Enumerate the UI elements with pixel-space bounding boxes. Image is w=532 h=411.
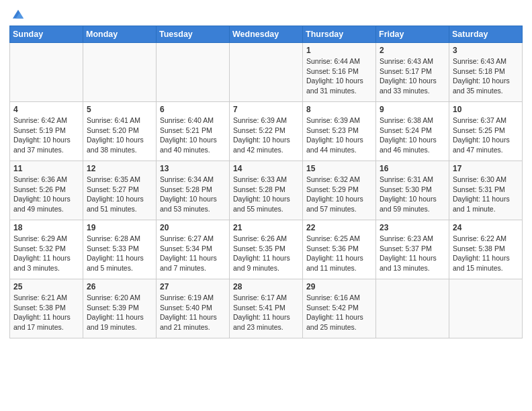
day-cell: 23Sunrise: 6:23 AMSunset: 5:37 PMDayligh… (376, 220, 449, 279)
day-number: 25 (13, 282, 79, 291)
day-number: 2 (380, 46, 445, 55)
day-info: Sunrise: 6:21 AMSunset: 5:38 PMDaylight:… (13, 293, 79, 332)
day-cell (157, 43, 230, 102)
day-info: Sunrise: 6:30 AMSunset: 5:31 PMDaylight:… (453, 175, 519, 214)
day-cell: 25Sunrise: 6:21 AMSunset: 5:38 PMDayligh… (10, 279, 83, 338)
day-info: Sunrise: 6:42 AMSunset: 5:19 PMDaylight:… (13, 116, 79, 155)
day-cell: 13Sunrise: 6:34 AMSunset: 5:28 PMDayligh… (157, 161, 230, 220)
day-number: 22 (306, 223, 372, 232)
day-info: Sunrise: 6:43 AMSunset: 5:17 PMDaylight:… (380, 56, 445, 96)
day-info: Sunrise: 6:39 AMSunset: 5:22 PMDaylight:… (233, 116, 299, 155)
weekday-header-saturday: Saturday (449, 26, 523, 43)
day-info: Sunrise: 6:38 AMSunset: 5:24 PMDaylight:… (380, 116, 445, 155)
week-row-1: 4Sunrise: 6:42 AMSunset: 5:19 PMDaylight… (10, 102, 523, 161)
day-cell: 24Sunrise: 6:22 AMSunset: 5:38 PMDayligh… (449, 220, 523, 279)
day-cell: 17Sunrise: 6:30 AMSunset: 5:31 PMDayligh… (449, 161, 523, 220)
day-number: 6 (160, 105, 226, 114)
day-info: Sunrise: 6:23 AMSunset: 5:37 PMDaylight:… (380, 234, 445, 273)
day-number: 5 (87, 105, 152, 114)
day-info: Sunrise: 6:40 AMSunset: 5:21 PMDaylight:… (160, 116, 226, 155)
day-info: Sunrise: 6:27 AMSunset: 5:34 PMDaylight:… (160, 234, 226, 273)
day-info: Sunrise: 6:19 AMSunset: 5:40 PMDaylight:… (160, 293, 226, 332)
day-cell: 28Sunrise: 6:17 AMSunset: 5:41 PMDayligh… (230, 279, 303, 338)
day-number: 15 (306, 164, 372, 173)
week-row-0: 1Sunrise: 6:44 AMSunset: 5:16 PMDaylight… (10, 43, 523, 102)
week-row-2: 11Sunrise: 6:36 AMSunset: 5:26 PMDayligh… (10, 161, 523, 220)
weekday-header-sunday: Sunday (10, 26, 83, 43)
day-info: Sunrise: 6:37 AMSunset: 5:25 PMDaylight:… (453, 116, 519, 155)
day-cell: 1Sunrise: 6:44 AMSunset: 5:16 PMDaylight… (303, 43, 376, 102)
day-number: 3 (453, 46, 519, 55)
day-cell: 14Sunrise: 6:33 AMSunset: 5:28 PMDayligh… (230, 161, 303, 220)
day-cell: 29Sunrise: 6:16 AMSunset: 5:42 PMDayligh… (303, 279, 376, 338)
day-cell: 5Sunrise: 6:41 AMSunset: 5:20 PMDaylight… (83, 102, 157, 161)
day-number: 1 (306, 46, 372, 55)
day-info: Sunrise: 6:22 AMSunset: 5:38 PMDaylight:… (453, 234, 519, 273)
day-number: 9 (380, 105, 445, 114)
day-info: Sunrise: 6:29 AMSunset: 5:32 PMDaylight:… (13, 234, 79, 273)
day-info: Sunrise: 6:32 AMSunset: 5:29 PMDaylight:… (306, 175, 372, 214)
day-cell: 4Sunrise: 6:42 AMSunset: 5:19 PMDaylight… (10, 102, 83, 161)
day-number: 23 (380, 223, 445, 232)
day-info: Sunrise: 6:17 AMSunset: 5:41 PMDaylight:… (233, 293, 299, 332)
day-info: Sunrise: 6:44 AMSunset: 5:16 PMDaylight:… (306, 56, 372, 96)
day-cell: 19Sunrise: 6:28 AMSunset: 5:33 PMDayligh… (83, 220, 157, 279)
day-number: 4 (13, 105, 79, 114)
day-cell: 16Sunrise: 6:31 AMSunset: 5:30 PMDayligh… (376, 161, 449, 220)
calendar-container: SundayMondayTuesdayWednesdayThursdayFrid… (0, 0, 532, 348)
day-number: 20 (160, 223, 226, 232)
day-number: 21 (233, 223, 299, 232)
day-info: Sunrise: 6:35 AMSunset: 5:27 PMDaylight:… (87, 175, 152, 214)
day-cell: 3Sunrise: 6:43 AMSunset: 5:18 PMDaylight… (449, 43, 523, 102)
day-info: Sunrise: 6:41 AMSunset: 5:20 PMDaylight:… (87, 116, 152, 155)
day-cell: 7Sunrise: 6:39 AMSunset: 5:22 PMDaylight… (230, 102, 303, 161)
weekday-header-friday: Friday (376, 26, 449, 43)
week-row-3: 18Sunrise: 6:29 AMSunset: 5:32 PMDayligh… (10, 220, 523, 279)
day-cell: 10Sunrise: 6:37 AMSunset: 5:25 PMDayligh… (449, 102, 523, 161)
day-info: Sunrise: 6:33 AMSunset: 5:28 PMDaylight:… (233, 175, 299, 214)
day-cell: 20Sunrise: 6:27 AMSunset: 5:34 PMDayligh… (157, 220, 230, 279)
day-number: 14 (233, 164, 299, 173)
day-cell (449, 279, 523, 338)
day-number: 26 (87, 282, 152, 291)
day-cell: 2Sunrise: 6:43 AMSunset: 5:17 PMDaylight… (376, 43, 449, 102)
day-cell: 12Sunrise: 6:35 AMSunset: 5:27 PMDayligh… (83, 161, 157, 220)
day-info: Sunrise: 6:36 AMSunset: 5:26 PMDaylight:… (13, 175, 79, 214)
day-cell: 26Sunrise: 6:20 AMSunset: 5:39 PMDayligh… (83, 279, 157, 338)
day-info: Sunrise: 6:43 AMSunset: 5:18 PMDaylight:… (453, 56, 519, 96)
day-info: Sunrise: 6:25 AMSunset: 5:36 PMDaylight:… (306, 234, 372, 273)
logo-icon (11, 7, 26, 21)
day-number: 10 (453, 105, 519, 114)
weekday-header-row: SundayMondayTuesdayWednesdayThursdayFrid… (10, 26, 523, 43)
weekday-header-wednesday: Wednesday (230, 26, 303, 43)
day-cell (376, 279, 449, 338)
day-info: Sunrise: 6:16 AMSunset: 5:42 PMDaylight:… (306, 293, 372, 332)
day-cell: 11Sunrise: 6:36 AMSunset: 5:26 PMDayligh… (10, 161, 83, 220)
day-number: 8 (306, 105, 372, 114)
day-number: 27 (160, 282, 226, 291)
day-number: 13 (160, 164, 226, 173)
day-number: 7 (233, 105, 299, 114)
day-number: 11 (13, 164, 79, 173)
day-number: 17 (453, 164, 519, 173)
day-info: Sunrise: 6:20 AMSunset: 5:39 PMDaylight:… (87, 293, 152, 332)
weekday-header-monday: Monday (83, 26, 157, 43)
logo (9, 7, 26, 21)
day-info: Sunrise: 6:28 AMSunset: 5:33 PMDaylight:… (87, 234, 152, 273)
day-number: 29 (306, 282, 372, 291)
day-cell: 18Sunrise: 6:29 AMSunset: 5:32 PMDayligh… (10, 220, 83, 279)
day-info: Sunrise: 6:26 AMSunset: 5:35 PMDaylight:… (233, 234, 299, 273)
day-number: 12 (87, 164, 152, 173)
day-number: 16 (380, 164, 445, 173)
day-number: 28 (233, 282, 299, 291)
header (9, 7, 523, 21)
day-cell (83, 43, 157, 102)
day-cell: 27Sunrise: 6:19 AMSunset: 5:40 PMDayligh… (157, 279, 230, 338)
day-cell: 6Sunrise: 6:40 AMSunset: 5:21 PMDaylight… (157, 102, 230, 161)
calendar-table: SundayMondayTuesdayWednesdayThursdayFrid… (9, 26, 523, 338)
day-cell (10, 43, 83, 102)
weekday-header-thursday: Thursday (303, 26, 376, 43)
day-cell (230, 43, 303, 102)
week-row-4: 25Sunrise: 6:21 AMSunset: 5:38 PMDayligh… (10, 279, 523, 338)
day-info: Sunrise: 6:34 AMSunset: 5:28 PMDaylight:… (160, 175, 226, 214)
